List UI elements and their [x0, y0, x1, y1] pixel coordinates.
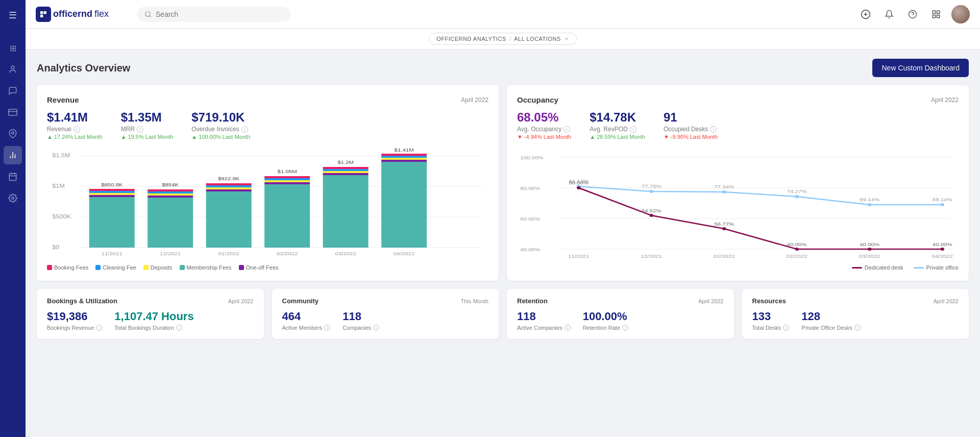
add-icon[interactable] [857, 6, 874, 22]
svg-rect-38 [89, 189, 135, 191]
community-card: Community This Month 464 Active Members … [272, 289, 499, 339]
resources-card-period: April 2022 [933, 298, 959, 304]
occupancy-card-header: Occupancy April 2022 [517, 95, 959, 104]
svg-rect-57 [264, 180, 310, 182]
top-cards-row: Revenue April 2022 $1.41M Revenue i ▲17.… [37, 85, 969, 281]
community-card-period: This Month [461, 298, 488, 304]
hamburger-icon[interactable]: ☰ [4, 6, 22, 25]
calendar-icon[interactable] [4, 167, 22, 186]
location-icon[interactable] [4, 125, 22, 143]
resources-office-desks-info[interactable]: i [854, 325, 861, 331]
search-input[interactable] [156, 10, 268, 18]
avatar[interactable] [951, 5, 970, 23]
bookings-revenue-info[interactable]: i [96, 325, 102, 331]
svg-rect-14 [40, 14, 43, 17]
svg-text:$922.9K: $922.9K [218, 176, 240, 181]
svg-rect-44 [148, 191, 193, 193]
resources-office-desks-value: 128 [801, 310, 860, 323]
location-name: OFFICERND ANALYTICS [436, 36, 506, 42]
svg-text:74.27%: 74.27% [787, 189, 807, 194]
revenue-metric-label-2: Overdue Invoices [191, 126, 239, 133]
revenue-bar-chart: $1.5M $1M $500K $0 [47, 148, 488, 262]
svg-rect-58 [264, 178, 310, 180]
svg-rect-55 [264, 184, 310, 248]
occ-info-2[interactable]: i [710, 126, 717, 133]
chart-icon[interactable] [4, 146, 22, 164]
occ-info-1[interactable]: i [630, 126, 636, 133]
bookings-card-title: Bookings & Utilization [47, 297, 117, 305]
svg-text:12/2021: 12/2021 [160, 251, 181, 256]
location-bar: OFFICERND ANALYTICS / ALL LOCATIONS [26, 29, 980, 50]
revenue-metric-change-2: ▲100.00% Last Month [191, 134, 250, 140]
revenue-metric-2: $719.10K Overdue Invoices i ▲100.00% Las… [191, 110, 250, 140]
revenue-metric-info-1[interactable]: i [137, 126, 143, 133]
logo-text: officernd [53, 9, 92, 19]
svg-text:11/2021: 11/2021 [568, 254, 590, 259]
retention-companies-info[interactable]: i [565, 325, 571, 331]
svg-text:04/2022: 04/2022 [394, 251, 415, 256]
svg-text:40.00%: 40.00% [933, 242, 952, 247]
svg-point-93 [795, 195, 799, 198]
revenue-metric-info-0[interactable]: i [74, 126, 80, 133]
community-card-title: Community [282, 297, 319, 305]
svg-rect-59 [264, 176, 310, 178]
page-header: Analytics Overview New Custom Dashboard [37, 59, 969, 77]
search-box[interactable] [137, 7, 290, 22]
occ-metric-2: 91 Occupied Desks i ▼-9.90% Last Month [664, 110, 718, 140]
svg-rect-71 [381, 158, 427, 160]
content-area: Analytics Overview New Custom Dashboard … [26, 50, 980, 437]
occ-info-0[interactable]: i [564, 126, 570, 133]
help-icon[interactable] [904, 6, 921, 22]
retention-rate-info[interactable]: i [622, 325, 628, 331]
top-navigation: officernd flex [26, 0, 980, 29]
svg-text:80.00%: 80.00% [520, 186, 540, 191]
occupancy-card-period: April 2022 [931, 96, 959, 104]
svg-text:$1M: $1M [52, 183, 65, 188]
resources-office-desks-label: Private Office Desks [801, 325, 852, 331]
svg-rect-41 [148, 198, 193, 248]
svg-rect-66 [323, 167, 369, 169]
legend-cleaning-fee: Cleaning Fee [95, 264, 136, 271]
apps-icon[interactable] [928, 6, 944, 22]
community-members-info[interactable]: i [324, 325, 330, 331]
svg-point-94 [868, 203, 872, 206]
revenue-card-header: Revenue April 2022 [47, 95, 488, 104]
bookings-revenue-value: $19,386 [47, 310, 102, 323]
settings-icon[interactable] [4, 189, 22, 207]
page-title: Analytics Overview [37, 62, 130, 74]
chevron-down-icon [564, 36, 569, 41]
resources-desks-info[interactable]: i [783, 325, 789, 331]
bookings-hours-info[interactable]: i [176, 325, 182, 331]
svg-text:$0: $0 [52, 245, 59, 250]
new-dashboard-button[interactable]: New Custom Dashboard [872, 59, 969, 77]
community-companies-info[interactable]: i [373, 325, 379, 331]
svg-rect-21 [933, 11, 935, 13]
svg-rect-13 [44, 11, 46, 14]
bookings-hours-label: Total Bookings Duration [114, 325, 174, 331]
svg-text:02/2022: 02/2022 [277, 251, 298, 256]
people-icon[interactable] [4, 60, 22, 79]
svg-text:$500K: $500K [52, 214, 71, 219]
bookings-card-period: April 2022 [228, 298, 254, 304]
svg-text:01/2022: 01/2022 [218, 251, 240, 256]
legend-deposits: Deposits [143, 264, 173, 271]
bell-icon[interactable] [881, 6, 897, 22]
svg-rect-24 [937, 15, 940, 17]
svg-rect-69 [381, 162, 427, 248]
svg-rect-63 [323, 173, 369, 175]
occ-metric-0: 68.05% Avg. Occupancy i ▼-4.94% Last Mon… [517, 110, 571, 140]
chat-icon[interactable] [4, 82, 22, 100]
location-pill[interactable]: OFFICERND ANALYTICS / ALL LOCATIONS [429, 33, 576, 45]
retention-card-title: Retention [517, 297, 548, 305]
card-icon[interactable] [4, 103, 22, 122]
svg-point-92 [722, 190, 726, 193]
svg-rect-56 [264, 182, 310, 184]
svg-rect-22 [937, 11, 940, 13]
logo: officernd flex [36, 7, 109, 22]
revenue-metric-info-2[interactable]: i [241, 126, 248, 133]
revenue-card: Revenue April 2022 $1.41M Revenue i ▲17.… [37, 85, 499, 281]
resources-desks-label: Total Desks [752, 325, 781, 331]
svg-text:03/2022: 03/2022 [859, 254, 880, 259]
dashboard-icon[interactable]: ⊞ [4, 39, 22, 57]
svg-point-105 [795, 248, 799, 251]
